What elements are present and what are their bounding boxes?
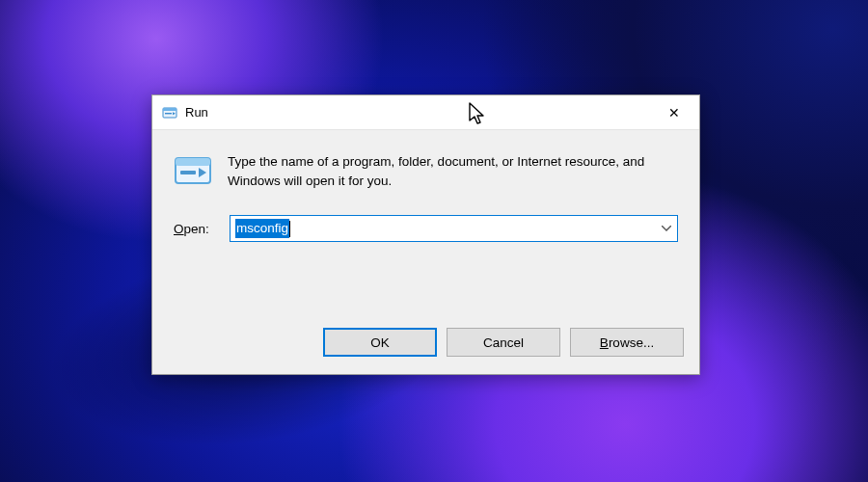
open-label: Open: xyxy=(174,222,216,236)
description-row: Type the name of a program, folder, docu… xyxy=(174,151,678,190)
open-input-value: msconfig xyxy=(235,219,289,238)
dialog-body: Type the name of a program, folder, docu… xyxy=(152,130,699,242)
ok-button-label: OK xyxy=(370,335,390,350)
run-dialog: Run ✕ Type the name of a program, folder… xyxy=(151,94,700,375)
svg-rect-2 xyxy=(165,113,172,114)
cancel-button[interactable]: Cancel xyxy=(447,328,560,357)
open-input[interactable]: msconfig xyxy=(231,216,656,241)
svg-rect-5 xyxy=(176,158,210,166)
run-title-icon xyxy=(162,105,177,120)
svg-rect-6 xyxy=(180,171,196,174)
browse-button[interactable]: Browse... xyxy=(570,328,684,357)
close-icon: ✕ xyxy=(668,105,680,120)
open-row: Open: msconfig xyxy=(174,215,678,242)
svg-rect-1 xyxy=(163,108,176,111)
open-combobox[interactable]: msconfig xyxy=(230,215,678,242)
titlebar[interactable]: Run ✕ xyxy=(152,95,699,130)
cancel-button-label: Cancel xyxy=(483,335,524,350)
browse-button-label: Browse... xyxy=(600,335,654,350)
text-caret xyxy=(289,221,290,237)
description-text: Type the name of a program, folder, docu… xyxy=(228,151,678,190)
window-title: Run xyxy=(185,105,208,120)
close-button[interactable]: ✕ xyxy=(649,95,699,130)
chevron-down-icon[interactable] xyxy=(656,216,677,241)
button-row: OK Cancel Browse... xyxy=(323,328,684,357)
ok-button[interactable]: OK xyxy=(323,328,437,357)
run-icon xyxy=(174,151,212,190)
